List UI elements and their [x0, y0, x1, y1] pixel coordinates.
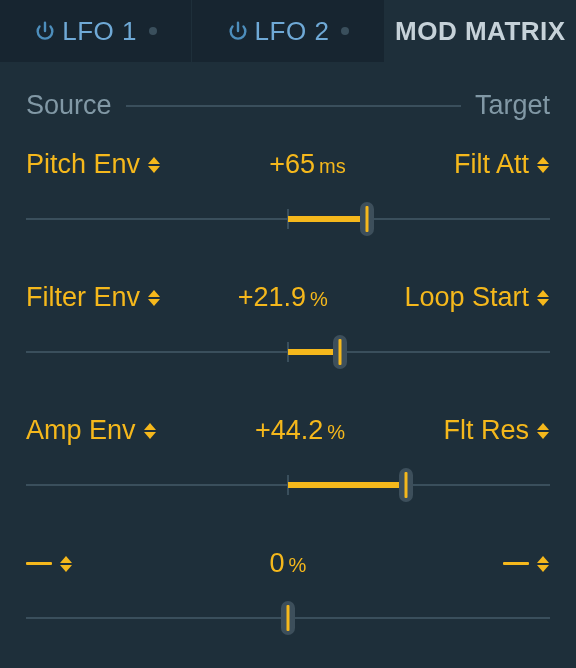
value-number: +21.9	[238, 282, 306, 313]
updown-icon	[537, 553, 550, 575]
status-dot-icon	[149, 27, 157, 35]
amount-slider[interactable]	[26, 468, 550, 502]
value-number: +44.2	[255, 415, 323, 446]
value-number: +65	[269, 149, 315, 180]
source-header: Source	[26, 90, 112, 121]
tab-lfo1-label: LFO 1	[62, 16, 137, 47]
slider-thumb[interactable]	[281, 601, 295, 635]
tab-modmatrix-label: MOD MATRIX	[395, 16, 566, 47]
source-label: Pitch Env	[26, 149, 140, 180]
header-divider	[126, 105, 461, 107]
source-picker[interactable]: Filter Env	[26, 282, 161, 313]
value-display[interactable]: 0 %	[270, 548, 307, 579]
target-label: Filt Att	[454, 149, 529, 180]
mod-row: Pitch Env +65 ms Filt Att	[26, 149, 550, 236]
value-unit: %	[310, 288, 328, 311]
tab-modmatrix[interactable]: MOD MATRIX	[385, 0, 576, 62]
tab-lfo1[interactable]: LFO 1	[0, 0, 192, 62]
slider-fill	[288, 482, 406, 488]
updown-icon	[537, 287, 550, 309]
slider-thumb[interactable]	[399, 468, 413, 502]
source-picker[interactable]: Amp Env	[26, 415, 157, 446]
source-label: Amp Env	[26, 415, 136, 446]
slider-thumb[interactable]	[333, 335, 347, 369]
tab-bar: LFO 1 LFO 2 MOD MATRIX	[0, 0, 576, 62]
slider-thumb[interactable]	[360, 202, 374, 236]
status-dot-icon	[341, 27, 349, 35]
source-label: Filter Env	[26, 282, 140, 313]
target-label: Loop Start	[404, 282, 529, 313]
target-picker[interactable]	[503, 553, 550, 575]
value-unit: %	[327, 421, 345, 444]
target-picker[interactable]: Filt Att	[454, 149, 550, 180]
power-icon	[227, 20, 249, 42]
mod-rows: Pitch Env +65 ms Filt Att Filter Env	[0, 131, 576, 635]
target-picker[interactable]: Loop Start	[404, 282, 550, 313]
slider-fill	[288, 216, 367, 222]
mod-row: Amp Env +44.2 % Flt Res	[26, 415, 550, 502]
empty-dash-icon	[26, 562, 52, 565]
amount-slider[interactable]	[26, 335, 550, 369]
value-display[interactable]: +21.9 %	[238, 282, 328, 313]
value-display[interactable]: +65 ms	[269, 149, 345, 180]
amount-slider[interactable]	[26, 202, 550, 236]
value-unit: %	[289, 554, 307, 577]
target-label: Flt Res	[443, 415, 529, 446]
value-unit: ms	[319, 155, 346, 178]
tab-lfo2-label: LFO 2	[255, 16, 330, 47]
updown-icon	[537, 154, 550, 176]
empty-dash-icon	[503, 562, 529, 565]
target-header: Target	[475, 90, 550, 121]
updown-icon	[144, 420, 157, 442]
mod-row: Filter Env +21.9 % Loop Start	[26, 282, 550, 369]
amount-slider[interactable]	[26, 601, 550, 635]
mod-row: 0 %	[26, 548, 550, 635]
updown-icon	[537, 420, 550, 442]
tab-lfo2[interactable]: LFO 2	[192, 0, 384, 62]
updown-icon	[148, 154, 161, 176]
source-picker[interactable]	[26, 553, 73, 575]
source-picker[interactable]: Pitch Env	[26, 149, 161, 180]
target-picker[interactable]: Flt Res	[443, 415, 550, 446]
header-row: Source Target	[0, 62, 576, 131]
updown-icon	[60, 553, 73, 575]
updown-icon	[148, 287, 161, 309]
value-display[interactable]: +44.2 %	[255, 415, 345, 446]
value-number: 0	[270, 548, 285, 579]
power-icon	[34, 20, 56, 42]
